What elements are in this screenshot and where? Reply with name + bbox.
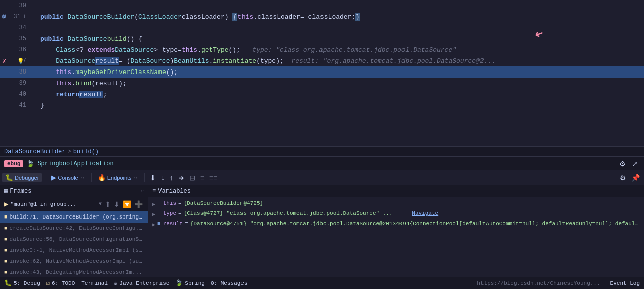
tab-debugger[interactable]: 🐛 Debugger — [2, 173, 42, 182]
line-gutter-37: ✗ 37 💡 — [0, 57, 30, 64]
line-gutter-36: 36 — [0, 46, 30, 53]
line-gutter-41: 41 — [0, 102, 30, 109]
var-name-type: type — [163, 210, 176, 216]
frame-item-2[interactable]: ■ dataSource:56, DataSourceConfiguration… — [0, 234, 148, 245]
breadcrumb: DataSourceBuilder > build() — [0, 146, 644, 156]
debug-toolbar: 🐛 Debugger ▶ Console ↔ 🔥 Endpoints ↔ ⬇ ↓… — [0, 170, 644, 185]
run-to-cursor-btn[interactable]: ➜ — [176, 173, 186, 183]
frame-active-icon: ■ — [4, 214, 8, 220]
pin-btn[interactable]: 📌 — [629, 173, 642, 183]
editor-area: 30 @ 31 + public DataSourceBuilder ( Cla… — [0, 0, 644, 146]
frame-icon-3: ■ — [4, 247, 8, 253]
thread-selector[interactable]: ▶ "main"@1 in group... ▼ ⬆ ⬇ 🔽 ➕ — [0, 197, 148, 211]
add-frame-btn[interactable]: ➕ — [133, 200, 144, 208]
frame-label-2: dataSource:56, DataSourceConfiguration$.… — [10, 236, 144, 242]
line-gutter-34: 34 — [0, 24, 30, 31]
expand-icon[interactable]: ⤢ — [630, 159, 640, 169]
toolbar-sep-3 — [144, 173, 145, 182]
line-gutter-39: 39 — [0, 80, 30, 87]
var-name-result: result — [163, 221, 183, 227]
breadcrumb-class[interactable]: DataSourceBuilder — [4, 148, 65, 155]
step-out-btn[interactable]: ↑ — [168, 173, 175, 183]
line-gutter-38: 38 — [0, 68, 30, 76]
filter-btn[interactable]: 🔽 — [122, 200, 132, 208]
settings-icon[interactable]: ⚙ — [617, 159, 628, 169]
variables-header: ≡ Variables — [148, 185, 644, 197]
code-line-30: 30 — [0, 0, 644, 11]
status-debug[interactable]: 🐛 5: Debug — [4, 279, 40, 287]
status-terminal[interactable]: Terminal — [81, 280, 108, 286]
console-icon: ▶ — [51, 174, 56, 181]
step-into-btn[interactable]: ↓ — [159, 173, 167, 183]
frames-list: ■ build:71, DataSourceBuilder (org.sprin… — [0, 211, 148, 287]
var-expand-type[interactable]: ▶ — [152, 211, 155, 218]
code-line-38: 38 this . maybeGetDriverClassName (); — [0, 66, 644, 78]
debug-content: ▦ Frames ↔ ▶ "main"@1 in group... ▼ ⬆ ⬇ … — [0, 185, 644, 287]
status-messages[interactable]: 0: Messages — [211, 280, 248, 286]
todo-status-icon: ☑ — [46, 279, 50, 287]
step-up-btn[interactable]: ⬆ — [104, 200, 112, 208]
var-navigate-type[interactable]: Navigate — [412, 210, 640, 216]
status-spring[interactable]: 🍃 Spring — [175, 279, 205, 287]
tab-endpoints[interactable]: 🔥 Endpoints ↔ — [95, 173, 141, 182]
breadcrumb-method[interactable]: build() — [73, 148, 99, 155]
thread-name: "main"@1 in group... — [10, 201, 97, 207]
app-label: SpringbootApplication — [37, 160, 113, 167]
var-item-this[interactable]: ▶ ≡ this = {DataSourceBuilder@4725} — [148, 199, 644, 209]
frame-item-4[interactable]: ■ invoke:62, NativeMethodAccessorImpl (s… — [0, 256, 148, 267]
frame-label-0: build:71, DataSourceBuilder (org.springf… — [10, 214, 144, 220]
status-todo[interactable]: ☑ 6: TODO — [46, 279, 75, 287]
frame-label-5: invoke:43, DelegatingMethodAccessorIm... — [10, 269, 142, 275]
toolbar-sep-2 — [91, 173, 92, 182]
settings-debug-btn[interactable]: ⚙ — [618, 173, 628, 183]
java-status-icon: ☕ — [114, 279, 117, 287]
variables-icon: ≡ — [152, 188, 156, 195]
variables-panel: ≡ Variables ▶ ≡ this = {DataSourceBuilde… — [148, 185, 644, 287]
watches-btn[interactable]: ≡≡ — [207, 173, 219, 183]
frame-icon-5: ■ — [4, 269, 8, 275]
debug-topbar: ebug 🍃 SpringbootApplication ⚙ ⤢ — [0, 157, 644, 170]
tab-console[interactable]: ▶ Console ↔ — [48, 173, 88, 182]
line-gutter-30: 30 — [0, 2, 30, 9]
thread-dropdown[interactable]: ▼ — [99, 201, 102, 207]
frame-icon-4: ■ — [4, 258, 8, 264]
spring-icon: 🍃 — [26, 160, 34, 168]
frames-btn[interactable]: ≡ — [198, 173, 206, 183]
status-java[interactable]: ☕ Java Enterprise — [114, 279, 169, 287]
debug-arrow-annotation: ➜ — [535, 30, 543, 42]
var-item-type[interactable]: ▶ ≡ type = {Class@4727} "class org.apach… — [148, 209, 644, 220]
var-icon-this: ≡ — [157, 200, 161, 206]
code-line-37: ✗ 37 💡 DataSource result = ( DataSource … — [0, 55, 644, 66]
code-line-34: 34 — [0, 22, 644, 33]
var-expand-result[interactable]: ▶ — [152, 222, 155, 228]
thread-icon: ▶ — [4, 200, 8, 208]
code-line-36: 36 Class <? extends DataSource > type = … — [0, 44, 644, 55]
code-line-41: 41 } — [0, 100, 644, 111]
variables-list: ▶ ≡ this = {DataSourceBuilder@4725} ▶ ≡ … — [148, 197, 644, 287]
status-bar: 🐛 5: Debug ☑ 6: TODO Terminal ☕ Java Ent… — [0, 277, 644, 289]
step-down-btn[interactable]: ⬇ — [113, 200, 121, 208]
var-expand-this[interactable]: ▶ — [152, 201, 155, 207]
debug-right-icons: ⚙ ⤢ — [617, 159, 640, 169]
var-name-this: this — [163, 200, 176, 206]
frame-item-0[interactable]: ■ build:71, DataSourceBuilder (org.sprin… — [0, 211, 148, 223]
frames-panel: ▦ Frames ↔ ▶ "main"@1 in group... ▼ ⬆ ⬇ … — [0, 185, 148, 287]
line-gutter-35: 35 — [0, 35, 30, 42]
step-over-btn[interactable]: ⬇ — [148, 173, 158, 183]
frame-label-1: createDataSource:42, DataSourceConfigu..… — [10, 225, 144, 231]
evaluate-btn[interactable]: ⊟ — [187, 173, 197, 183]
endpoints-icon: 🔥 — [98, 174, 106, 181]
var-item-result[interactable]: ▶ ≡ result = {DataSource@4751} "org.apac… — [148, 220, 644, 230]
frame-item-3[interactable]: ■ invoke0:-1, NativeMethodAccessorImpl (… — [0, 245, 148, 256]
var-icon-type: ≡ — [157, 210, 161, 216]
frame-icon-2: ■ — [4, 236, 8, 242]
frame-item-1[interactable]: ■ createDataSource:42, DataSourceConfigu… — [0, 223, 148, 234]
frame-label-4: invoke:62, NativeMethodAccessorImpl (su.… — [10, 258, 144, 264]
frame-item-5[interactable]: ■ invoke:43, DelegatingMethodAccessorIm.… — [0, 267, 148, 278]
code-line-39: 39 this . bind (result); — [0, 78, 644, 89]
debug-panel: ebug 🍃 SpringbootApplication ⚙ ⤢ 🐛 Debug… — [0, 156, 644, 289]
var-value-this: {DataSourceBuilder@4725} — [184, 200, 640, 206]
status-event-log[interactable]: Event Log — [610, 280, 640, 286]
debugger-icon: 🐛 — [5, 174, 13, 181]
debug-status-icon: 🐛 — [4, 279, 12, 287]
